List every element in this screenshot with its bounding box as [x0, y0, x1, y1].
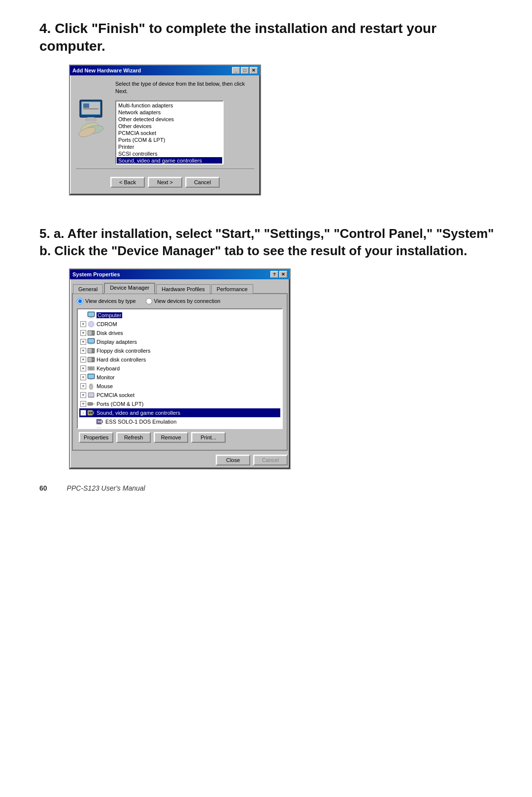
svg-rect-24 [88, 349, 92, 353]
svg-rect-21 [88, 339, 94, 343]
tree-device-icon [87, 382, 95, 390]
listbox-item[interactable]: Other devices [117, 123, 222, 130]
tree-device-icon [87, 338, 95, 346]
svg-point-53 [98, 421, 100, 423]
tree-item-label: Display adapters [97, 339, 137, 345]
svg-point-50 [91, 412, 93, 414]
tab-performance[interactable]: Performance [211, 284, 253, 294]
separator [76, 168, 254, 169]
tab-general[interactable]: General [73, 284, 103, 294]
svg-rect-27 [88, 358, 92, 362]
step-4-text: 4. Click "Finish" to complete the instal… [39, 20, 502, 56]
svg-rect-13 [90, 317, 93, 318]
tree-expand-icon[interactable]: + [80, 374, 86, 380]
tree-item[interactable]: +Disk drives [79, 329, 280, 337]
help-button[interactable]: ? [270, 271, 278, 278]
tree-device-icon [87, 365, 95, 372]
tree-expand-icon[interactable]: + [80, 365, 86, 371]
sys-props-titlebar: System Properties ? ✕ [70, 269, 290, 279]
tree-item[interactable]: +Keyboard [79, 364, 280, 373]
tree-item[interactable]: +Floppy disk controllers [79, 346, 280, 355]
svg-rect-51 [93, 411, 94, 414]
listbox-item[interactable]: SCSI controllers [117, 150, 222, 157]
next-button[interactable]: Next > [148, 177, 182, 188]
radio-view-by-type[interactable]: View devices by type [77, 298, 136, 304]
listbox-item[interactable]: Multi-function adapters [117, 102, 222, 109]
listbox-item[interactable]: System devices [117, 164, 222, 165]
tree-device-icon [87, 373, 95, 381]
listbox-item[interactable]: Ports (COM & LPT) [117, 136, 222, 143]
tree-expand-icon[interactable]: + [80, 357, 86, 363]
wizard-graphic-icon [77, 98, 109, 147]
listbox-item[interactable]: PCMCIA socket [117, 130, 222, 136]
listbox-item[interactable]: Other detected devices [117, 116, 222, 123]
tree-device-icon [87, 347, 95, 355]
tab-hardware-profiles[interactable]: Hardware Profiles [156, 284, 210, 294]
svg-rect-12 [88, 312, 94, 316]
properties-button[interactable]: Properties [79, 432, 113, 443]
close-button[interactable]: Close [216, 455, 250, 465]
tree-item-label: Keyboard [97, 365, 120, 371]
print-button[interactable]: Print... [191, 432, 226, 443]
listbox-item[interactable]: Printer [117, 143, 222, 150]
tree-expand-icon[interactable]: - [80, 410, 86, 416]
tree-item[interactable]: ESS SOLO-1 DOS Emulation [79, 417, 280, 426]
refresh-button[interactable]: Refresh [116, 432, 151, 443]
tree-item[interactable]: +Mouse [79, 382, 280, 391]
tree-expand-icon[interactable]: + [80, 348, 86, 354]
tree-item[interactable]: +Ports (COM & LPT) [79, 399, 280, 408]
tree-item-label: PCMCIA socket [97, 392, 134, 398]
back-button[interactable]: < Back [110, 177, 145, 188]
sys-props-close-button[interactable]: ✕ [279, 271, 287, 278]
tree-item-label: CDROM [97, 321, 117, 327]
tab-content-device-manager: View devices by type View devices by con… [72, 293, 288, 451]
tree-item[interactable]: -Sound, video and game controllers [79, 408, 280, 417]
svg-rect-30 [88, 367, 89, 368]
wizard-right-panel: Select the type of device from the list … [115, 80, 254, 165]
remove-button[interactable]: Remove [154, 432, 188, 443]
svg-rect-7 [86, 119, 96, 121]
tree-item[interactable]: +PCMCIA socket [79, 391, 280, 399]
svg-rect-14 [89, 318, 94, 318]
step-5-section: 5. a. After installation, select "Start,… [39, 225, 502, 469]
tree-expand-icon[interactable]: + [80, 383, 86, 389]
tree-device-icon [87, 311, 95, 319]
device-tree[interactable]: Computer+CDROM+Disk drives+Display adapt… [77, 308, 283, 429]
device-type-listbox[interactable]: Multi-function adaptersNetwork adaptersO… [115, 100, 224, 165]
tab-device-manager[interactable]: Device Manager [104, 283, 155, 294]
svg-rect-37 [90, 379, 93, 380]
tree-expand-icon[interactable]: + [80, 321, 86, 327]
wizard-content: Select the type of device from the list … [76, 80, 254, 165]
sys-cancel-button[interactable]: Cancel [253, 455, 288, 465]
radio-view-by-connection[interactable]: View devices by connection [146, 298, 221, 304]
sys-props-title: System Properties [72, 271, 120, 277]
tree-item[interactable]: Computer [79, 311, 280, 320]
tree-expand-icon[interactable]: + [80, 330, 86, 336]
tree-expand-icon[interactable]: + [80, 401, 86, 407]
svg-rect-31 [90, 367, 91, 368]
maximize-button[interactable]: □ [241, 67, 249, 74]
listbox-item[interactable]: Sound, video and game controllers [117, 157, 222, 164]
radio-type-input[interactable] [77, 298, 83, 304]
tabs-container: General Device Manager Hardware Profiles… [70, 279, 290, 293]
svg-point-16 [90, 323, 92, 325]
bottom-buttons-row2: Close Cancel [70, 453, 290, 468]
minimize-button[interactable]: _ [232, 67, 240, 74]
listbox-item[interactable]: Network adapters [117, 109, 222, 116]
step-5a-text: 5. a. After installation, select "Start,… [39, 225, 502, 260]
tree-expand-icon[interactable]: + [80, 392, 86, 398]
tree-item[interactable]: +Hard disk controllers [79, 355, 280, 364]
wizard-close-button[interactable]: ✕ [250, 67, 258, 74]
tree-device-icon [96, 418, 104, 426]
tree-expand-icon[interactable]: + [80, 339, 86, 345]
tree-item-label: ESS SOLO-1 DOS Emulation [105, 419, 176, 425]
wizard-body: Select the type of device from the list … [70, 75, 260, 195]
radio-connection-label: View devices by connection [154, 298, 221, 304]
tree-item[interactable]: +Monitor [79, 373, 280, 382]
cancel-button[interactable]: Cancel [185, 177, 220, 188]
radio-connection-input[interactable] [146, 298, 152, 304]
system-properties-dialog: System Properties ? ✕ General Device Man… [69, 268, 291, 469]
tree-item[interactable]: +CDROM [79, 320, 280, 329]
tree-item[interactable]: +Display adapters [79, 337, 280, 346]
manual-name: PPC-S123 User's Manual [67, 484, 145, 492]
